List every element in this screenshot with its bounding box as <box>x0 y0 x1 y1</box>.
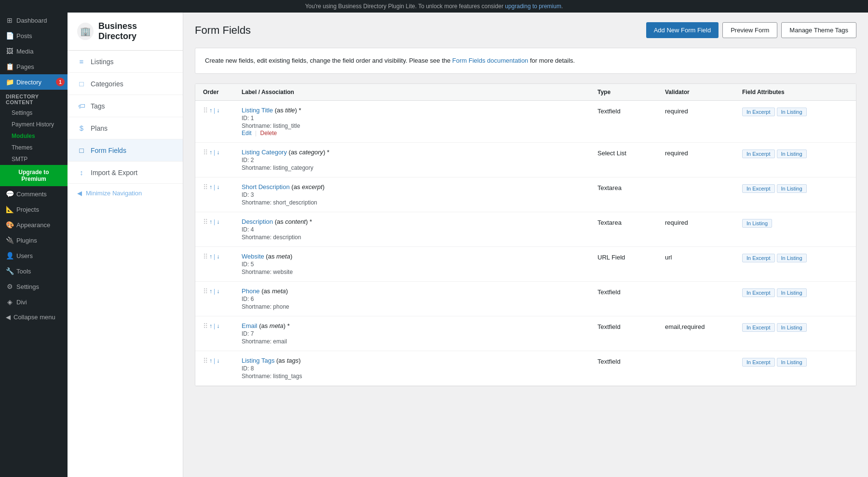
attr-badge: In Listing <box>777 150 807 158</box>
drag-handle[interactable]: ⠿ <box>203 183 208 191</box>
delete-link[interactable]: Delete <box>260 130 277 136</box>
collapse-label: Collapse menu <box>14 313 55 321</box>
arrow-down[interactable]: ↓ <box>217 253 219 260</box>
arrow-up[interactable]: ↑ <box>209 149 212 156</box>
order-controls: ⠿ ↑ | ↓ <box>203 149 242 156</box>
sidebar-sub-modules[interactable]: Modules <box>0 130 68 142</box>
plugin-nav-form-fields[interactable]: □ Form Fields <box>68 139 183 162</box>
plugin-nav-plans[interactable]: $ Plans <box>68 117 183 139</box>
drag-handle[interactable]: ⠿ <box>203 322 208 330</box>
arrow-down[interactable]: ↓ <box>217 107 219 114</box>
field-validator: url <box>665 253 742 261</box>
attr-badge: In Listing <box>777 184 807 193</box>
description-text-start: Create new fields, edit existing fields,… <box>205 57 452 64</box>
arrow-down[interactable]: ↓ <box>217 357 219 364</box>
arrow-down[interactable]: ↓ <box>217 323 219 329</box>
field-label-link[interactable]: Listing Category <box>242 149 287 156</box>
sidebar-sub-themes[interactable]: Themes <box>0 142 68 153</box>
upgrade-link[interactable]: upgrading to premium <box>505 3 561 10</box>
directory-icon: 📁 <box>6 78 14 86</box>
sidebar-item-settings[interactable]: ⚙ Settings <box>0 279 68 294</box>
sidebar-item-appearance[interactable]: 🎨 Appearance <box>0 217 68 232</box>
sidebar-item-directory[interactable]: 📁 Directory 1 <box>0 74 68 90</box>
field-label-link[interactable]: Short Description <box>242 183 290 191</box>
drag-handle[interactable]: ⠿ <box>203 218 208 226</box>
drag-handle[interactable]: ⠿ <box>203 287 208 295</box>
attr-badge: In Excerpt <box>742 323 775 332</box>
field-label-link[interactable]: Phone <box>242 287 260 295</box>
field-validator: email,required <box>665 322 742 330</box>
col-validator: Validator <box>665 89 742 95</box>
drag-handle[interactable]: ⠿ <box>203 107 208 114</box>
field-label-link[interactable]: Listing Title <box>242 107 273 114</box>
wp-sidebar: ⊞ Dashboard 📄 Posts 🖼 Media 📋 Pages 📁 Di… <box>0 13 68 477</box>
drag-handle[interactable]: ⠿ <box>203 253 208 260</box>
drag-handle[interactable]: ⠿ <box>203 357 208 365</box>
drag-handle[interactable]: ⠿ <box>203 149 208 156</box>
field-shortname: Shortname: description <box>242 234 597 241</box>
sidebar-label-settings: Settings <box>16 283 39 290</box>
import-export-nav-icon: ↕ <box>77 168 86 177</box>
sidebar-item-projects[interactable]: 📐 Projects <box>0 202 68 217</box>
sidebar-sub-payment[interactable]: Payment History <box>0 119 68 130</box>
edit-link[interactable]: Edit <box>242 130 252 136</box>
sidebar-item-pages[interactable]: 📋 Pages <box>0 59 68 74</box>
arrow-up[interactable]: ↑ <box>209 323 212 329</box>
minimize-navigation[interactable]: ◀ Minimize Navigation <box>68 184 183 203</box>
field-label: Email (as meta) * <box>242 322 597 329</box>
sidebar-item-comments[interactable]: 💬 Comments <box>0 186 68 202</box>
col-attributes: Field Attributes <box>742 89 848 95</box>
attr-badge: In Listing <box>777 288 807 297</box>
table-row: ⠿ ↑ | ↓ Listing Title (as title) * ID: 1… <box>195 101 856 143</box>
form-fields-docs-link[interactable]: Form Fields documentation <box>452 57 529 64</box>
arrow-up[interactable]: ↑ <box>209 184 212 191</box>
form-fields-table: Order Label / Association Type Validator… <box>195 83 856 386</box>
plugin-nav-listings[interactable]: ≡ Listings <box>68 51 183 73</box>
plugin-nav-tags[interactable]: 🏷 Tags <box>68 95 183 117</box>
plugin-nav-categories[interactable]: □ Categories <box>68 73 183 95</box>
media-icon: 🖼 <box>6 47 14 55</box>
preview-form-button[interactable]: Preview Form <box>722 22 777 38</box>
field-label-link[interactable]: Website <box>242 253 264 260</box>
tags-nav-label: Tags <box>91 102 105 110</box>
sidebar-item-dashboard[interactable]: ⊞ Dashboard <box>0 13 68 28</box>
manage-theme-tags-button[interactable]: Manage Theme Tags <box>781 22 856 38</box>
field-attributes: In ExcerptIn Listing <box>742 149 848 158</box>
field-label-link[interactable]: Listing Tags <box>242 357 274 364</box>
sidebar-sub-settings[interactable]: Settings <box>0 107 68 119</box>
arrow-up[interactable]: ↑ <box>209 357 212 364</box>
chevron-left-icon: ◀ <box>77 190 82 197</box>
sidebar-sub-smtp[interactable]: SMTP <box>0 153 68 165</box>
arrow-up[interactable]: ↑ <box>209 218 212 225</box>
arrow-down[interactable]: ↓ <box>217 218 219 225</box>
arrow-down[interactable]: ↓ <box>217 288 219 295</box>
sidebar-label-directory: Directory <box>16 79 41 86</box>
arrow-up[interactable]: ↑ <box>209 253 212 260</box>
field-label-link[interactable]: Email <box>242 322 258 329</box>
table-body: ⠿ ↑ | ↓ Listing Title (as title) * ID: 1… <box>195 101 856 386</box>
tools-icon: 🔧 <box>6 267 14 275</box>
field-shortname: Shortname: phone <box>242 303 597 310</box>
sidebar-label-posts: Posts <box>16 32 32 40</box>
field-validator <box>665 183 742 184</box>
sidebar-item-posts[interactable]: 📄 Posts <box>0 28 68 43</box>
sidebar-item-media[interactable]: 🖼 Media <box>0 43 68 59</box>
field-label-cell: Description (as content) * ID: 4 Shortna… <box>242 218 597 241</box>
arrow-up[interactable]: ↑ <box>209 288 212 295</box>
upgrade-to-premium-button[interactable]: Upgrade to Premium <box>0 165 68 186</box>
attr-badge: In Excerpt <box>742 358 775 367</box>
add-new-form-field-button[interactable]: Add New Form Field <box>646 22 719 38</box>
plugin-nav-import-export[interactable]: ↕ Import & Export <box>68 162 183 184</box>
sidebar-item-tools[interactable]: 🔧 Tools <box>0 263 68 279</box>
arrow-down[interactable]: ↓ <box>217 149 219 156</box>
sidebar-item-plugins[interactable]: 🔌 Plugins <box>0 232 68 248</box>
sidebar-item-users[interactable]: 👤 Users <box>0 248 68 263</box>
page-header: Form Fields Add New Form Field Preview F… <box>195 22 856 38</box>
arrow-up[interactable]: ↑ <box>209 107 212 114</box>
sidebar-label-plugins: Plugins <box>16 237 37 244</box>
collapse-menu[interactable]: ◀ Collapse menu <box>0 310 68 325</box>
arrow-down[interactable]: ↓ <box>217 184 219 191</box>
sidebar-item-divi[interactable]: ◈ Divi <box>0 294 68 310</box>
field-label-cell: Email (as meta) * ID: 7 Shortname: email <box>242 322 597 345</box>
field-label-link[interactable]: Description <box>242 218 273 225</box>
